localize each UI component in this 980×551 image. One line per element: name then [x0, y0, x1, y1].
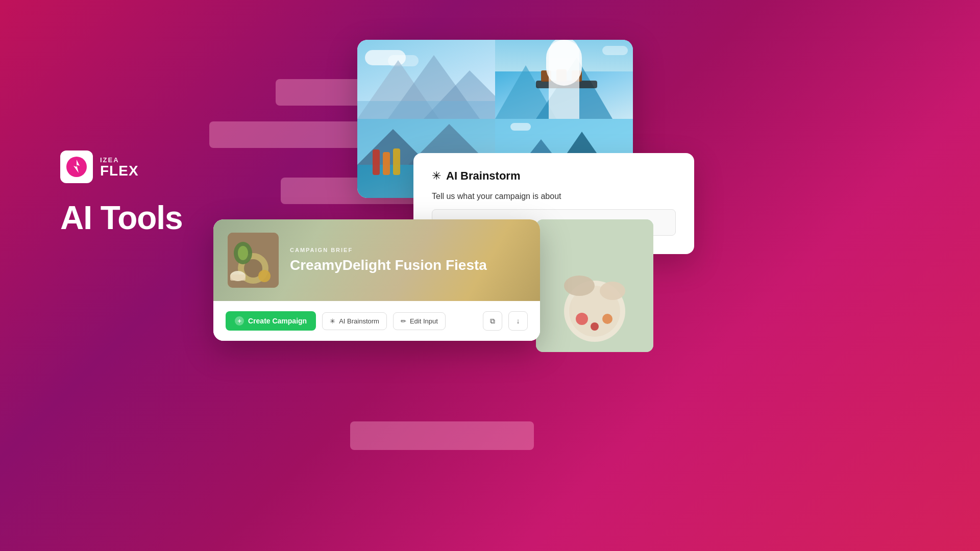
download-icon: ↓	[517, 317, 520, 325]
svg-rect-17	[373, 149, 380, 175]
svg-rect-19	[393, 148, 400, 175]
deco-bar-bottom	[350, 421, 534, 450]
create-campaign-button[interactable]: ＋ Create Campaign	[226, 311, 316, 331]
download-button[interactable]: ↓	[508, 311, 528, 331]
page-title: AI Tools	[60, 199, 183, 237]
svg-rect-18	[383, 152, 390, 175]
svg-rect-41	[230, 274, 246, 281]
image-cell-top-right	[495, 40, 633, 119]
logo-area: IZEA FLEX	[60, 151, 139, 183]
edit-input-label: Edit Input	[410, 317, 438, 325]
svg-rect-8	[536, 81, 597, 88]
ai-brainstorm-btn-icon: ✳	[330, 317, 335, 325]
svg-point-39	[258, 270, 271, 282]
ai-brainstorm-btn-label: AI Brainstorm	[339, 317, 379, 325]
create-campaign-label: Create Campaign	[248, 317, 307, 325]
create-campaign-plus-icon: ＋	[235, 316, 244, 325]
edit-input-icon: ✏	[401, 317, 406, 325]
campaign-food-image	[228, 233, 279, 288]
svg-point-37	[238, 246, 248, 260]
copy-button[interactable]: ⧉	[483, 311, 502, 331]
svg-rect-5	[357, 101, 495, 119]
svg-point-28	[564, 276, 595, 296]
campaign-brief-name: CreamyDelight Fusion Fiesta	[290, 257, 526, 273]
svg-point-29	[600, 282, 625, 300]
ai-brainstorm-subtitle: Tell us what your campaign is about	[432, 192, 676, 201]
svg-point-31	[602, 314, 612, 324]
copy-icon: ⧉	[490, 317, 495, 325]
svg-rect-12	[546, 40, 582, 86]
side-image-partial	[536, 219, 653, 352]
logo-text-block: IZEA FLEX	[100, 156, 139, 178]
logo-product: FLEX	[100, 164, 139, 178]
sparkles-icon: ✳	[432, 169, 441, 183]
svg-point-32	[591, 322, 599, 331]
campaign-card-text: CAMPAIGN BRIEF CreamyDelight Fusion Fies…	[290, 247, 526, 273]
svg-rect-10	[556, 69, 567, 82]
svg-point-30	[576, 313, 588, 325]
campaign-card-footer: ＋ Create Campaign ✳ AI Brainstorm ✏ Edit…	[213, 301, 540, 341]
campaign-brief-label: CAMPAIGN BRIEF	[290, 247, 526, 253]
image-cell-top-left	[357, 40, 495, 119]
ai-brainstorm-header: ✳ AI Brainstorm	[432, 169, 676, 183]
campaign-card-header: CAMPAIGN BRIEF CreamyDelight Fusion Fies…	[213, 219, 540, 301]
logo-icon-wrapper	[60, 151, 93, 183]
logo-company: IZEA	[100, 156, 139, 164]
ai-brainstorm-title: AI Brainstorm	[446, 169, 520, 183]
logo-icon	[65, 156, 88, 178]
svg-rect-9	[541, 70, 551, 82]
edit-input-button[interactable]: ✏ Edit Input	[393, 312, 446, 330]
ai-brainstorm-button[interactable]: ✳ AI Brainstorm	[322, 312, 387, 330]
campaign-card: CAMPAIGN BRIEF CreamyDelight Fusion Fies…	[213, 219, 540, 341]
